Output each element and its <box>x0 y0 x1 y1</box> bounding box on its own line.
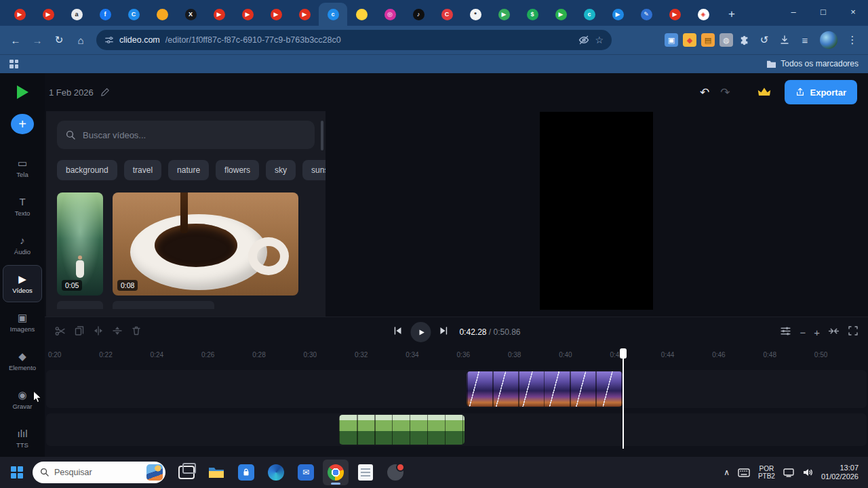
zoom-out-button[interactable]: − <box>800 327 806 338</box>
tag-chip[interactable]: sunset <box>302 160 326 180</box>
zoom-in-button[interactable]: + <box>814 327 820 338</box>
apps-grid-icon[interactable] <box>9 60 18 68</box>
export-button[interactable]: Exportar <box>785 80 857 104</box>
video-preview-canvas[interactable] <box>540 112 653 310</box>
taskbar-search[interactable] <box>33 462 165 483</box>
browser-tab[interactable]: ▶ <box>34 3 62 26</box>
chrome-icon[interactable] <box>323 460 349 485</box>
edit-pencil-icon[interactable] <box>100 87 110 97</box>
tag-chip[interactable]: travel <box>124 160 161 180</box>
flip-horizontal-icon[interactable] <box>93 325 104 339</box>
address-bar[interactable]: clideo.com/editor/1f0ff87c-f87c-6910-77c… <box>96 30 612 50</box>
site-info-icon[interactable] <box>104 35 114 45</box>
display-cast-icon[interactable] <box>783 468 794 477</box>
reading-list-icon[interactable]: ≡ <box>795 30 815 50</box>
tag-chip[interactable]: sky <box>266 160 296 180</box>
browser-tab[interactable]: C <box>433 3 461 26</box>
taskbar-clock[interactable]: 13:07 01/02/2026 <box>821 464 859 481</box>
browser-tab[interactable] <box>347 3 376 26</box>
browser-tab[interactable]: ▶ <box>604 3 632 26</box>
back-button[interactable]: ← <box>5 30 26 50</box>
browser-tab[interactable]: f <box>91 3 119 26</box>
duplicate-icon[interactable] <box>74 325 85 339</box>
add-media-button[interactable]: + <box>11 114 34 134</box>
browser-tab[interactable]: ▶ <box>262 3 290 26</box>
sidebar-item[interactable]: T Texto <box>3 188 42 225</box>
undo-button[interactable]: ↶ <box>700 85 709 100</box>
extensions-puzzle-icon[interactable] <box>738 35 749 46</box>
language-indicator[interactable]: PORPTB2 <box>758 465 775 480</box>
browser-tab[interactable]: X <box>176 3 205 26</box>
browser-tab[interactable]: ▶ <box>205 3 233 26</box>
skip-start-button[interactable] <box>392 325 403 339</box>
notepad-icon[interactable] <box>353 460 378 485</box>
video-search-input[interactable] <box>57 121 315 149</box>
redo-button[interactable]: ↷ <box>720 85 730 100</box>
panel-scrollbar[interactable] <box>321 121 323 150</box>
split-scissors-icon[interactable] <box>54 325 66 340</box>
sidebar-item[interactable]: ♪ Áudio <box>3 226 42 264</box>
reload-button[interactable]: ↻ <box>49 30 69 50</box>
delete-trash-icon[interactable] <box>131 325 142 339</box>
premium-crown-icon[interactable] <box>757 87 771 98</box>
all-bookmarks-button[interactable]: Todos os marcadores <box>766 59 859 68</box>
browser-tab[interactable] <box>148 3 176 26</box>
close-button[interactable]: × <box>838 0 868 23</box>
tag-chip[interactable]: background <box>57 160 117 180</box>
sidebar-item[interactable]: ılıl TTS <box>3 420 42 457</box>
browser-tab[interactable]: ◎ <box>376 3 404 26</box>
eye-off-icon[interactable] <box>578 35 589 45</box>
history-icon[interactable]: ↺ <box>754 30 774 50</box>
volume-icon[interactable] <box>802 468 813 477</box>
home-button[interactable]: ⌂ <box>71 30 91 50</box>
browser-tab[interactable]: a <box>62 3 91 26</box>
edge-icon[interactable] <box>263 460 289 485</box>
playhead-handle[interactable] <box>620 348 627 359</box>
browser-menu-icon[interactable]: ⋮ <box>842 30 863 50</box>
browser-tab[interactable]: $ <box>518 3 547 26</box>
fit-timeline-icon[interactable] <box>828 325 840 340</box>
browser-tab[interactable]: * <box>461 3 490 26</box>
download-icon[interactable] <box>779 35 790 45</box>
browser-tab[interactable]: C <box>119 3 148 26</box>
browser-tab[interactable]: ✎ <box>632 3 660 26</box>
playhead[interactable] <box>623 348 624 449</box>
forest-video-clip[interactable] <box>339 415 465 445</box>
store-icon[interactable] <box>233 460 259 485</box>
browser-tab[interactable]: c <box>575 3 604 26</box>
extension-icon[interactable]: ▣ <box>665 33 678 47</box>
browser-tab[interactable]: ▶ <box>490 3 518 26</box>
file-explorer-icon[interactable] <box>203 460 229 485</box>
sidebar-item[interactable]: ◉ Gravar <box>3 381 42 418</box>
storm-video-clip[interactable] <box>467 371 623 407</box>
browser-tab[interactable]: c <box>319 3 347 26</box>
extension-icon[interactable]: ◍ <box>719 33 733 47</box>
tag-chip[interactable]: flowers <box>216 160 259 180</box>
fullscreen-icon[interactable] <box>848 325 859 339</box>
task-view-button[interactable] <box>174 460 199 485</box>
timeline-ruler[interactable]: 0:20 0:22 0:24 0:26 0:28 0:30 0:32 0:34 <box>29 347 868 365</box>
sidebar-item[interactable]: ▣ Imagens <box>3 304 42 341</box>
tray-chevron-icon[interactable]: ∧ <box>724 468 730 477</box>
video-thumbnail-forest[interactable]: 0:05 <box>57 192 103 296</box>
browser-tab[interactable]: ▶ <box>5 3 34 26</box>
forward-button[interactable]: → <box>27 30 47 50</box>
video-thumbnail-coffee[interactable]: 0:08 <box>113 192 298 296</box>
taskbar-search-input[interactable] <box>33 462 165 483</box>
browser-tab[interactable]: ▶ <box>660 3 689 26</box>
search-highlight-image[interactable] <box>146 464 163 481</box>
browser-tab[interactable]: ◈ <box>689 3 717 26</box>
play-button[interactable] <box>410 322 431 342</box>
project-date[interactable]: 1 Feb 2026 <box>49 87 94 98</box>
browser-tab[interactable]: ▶ <box>547 3 575 26</box>
browser-tab[interactable]: ♪ <box>404 3 433 26</box>
minimize-button[interactable]: – <box>778 0 808 23</box>
gimp-icon[interactable] <box>382 460 408 485</box>
browser-tab[interactable]: ▶ <box>290 3 319 26</box>
sidebar-item[interactable]: ▶ Vídeos <box>3 265 42 302</box>
tag-chip[interactable]: nature <box>168 160 209 180</box>
browser-tab[interactable]: ▶ <box>233 3 262 26</box>
mail-icon[interactable]: ✉ <box>293 460 319 485</box>
maximize-button[interactable]: □ <box>808 0 838 23</box>
profile-avatar[interactable] <box>820 31 837 49</box>
